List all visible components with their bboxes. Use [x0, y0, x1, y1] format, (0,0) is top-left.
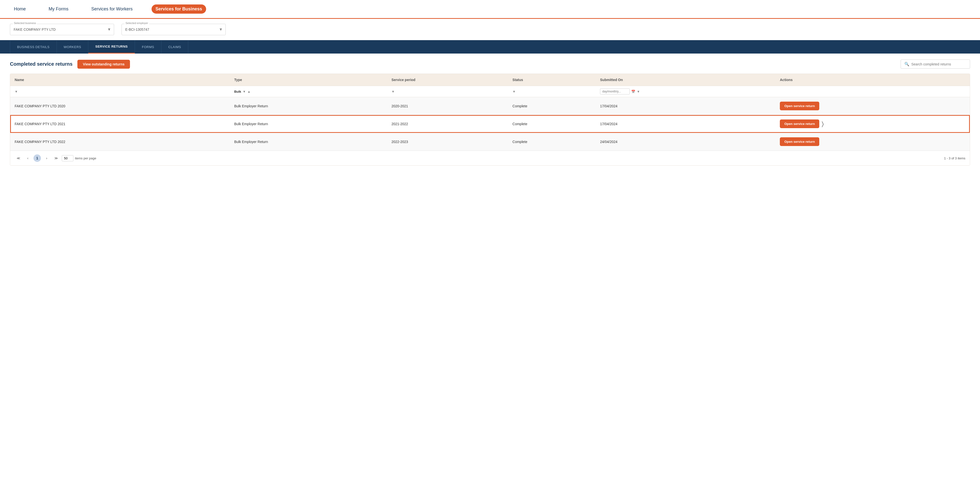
open-return-btn-row3[interactable]: Open service return [780, 137, 819, 146]
selectors-row: Selected business FAKE COMPANY PTY LTD ▼… [0, 19, 980, 40]
filter-type-clear-icon[interactable]: ▲ [247, 90, 251, 94]
pagination: ≪ ‹ 1 › ≫ 50 items per page 1 - 3 of 3 i… [10, 151, 970, 165]
row3-status: Complete [508, 133, 595, 151]
row2-status: Complete [508, 115, 595, 133]
row2-name: FAKE COMPANY PTY LTD 2021 [10, 115, 230, 133]
row3-actions: Open service return [775, 133, 970, 151]
next-page-btn[interactable]: › [43, 154, 50, 162]
filter-type-icon[interactable]: ▼ [243, 90, 246, 94]
table-row: FAKE COMPANY PTY LTD 2022 Bulk Employer … [10, 133, 970, 151]
nav-home[interactable]: Home [10, 5, 30, 14]
per-page-label: items per page [75, 156, 96, 160]
filter-date-input[interactable] [600, 89, 630, 94]
per-page-select-group: 50 items per page [62, 155, 96, 161]
employer-selector-label: Selected employer [124, 22, 149, 25]
table-header-row: Name Type Service period Status Submitte… [10, 74, 970, 86]
per-page-select[interactable]: 50 [62, 155, 73, 161]
sub-nav-forms[interactable]: FORMS [135, 41, 161, 53]
page-title: Completed service returns [10, 61, 72, 67]
filter-actions-cell [775, 86, 970, 97]
last-page-btn[interactable]: ≫ [52, 154, 60, 162]
col-header-name: Name [10, 74, 230, 86]
col-header-status: Status [508, 74, 595, 86]
sub-nav-claims[interactable]: CLAIMS [161, 41, 188, 53]
filter-type-cell: Bulk ▼ ▲ [230, 86, 387, 97]
business-selector[interactable]: FAKE COMPANY PTY LTD [10, 24, 114, 35]
filter-status-cell: ▼ [508, 86, 595, 97]
filter-name-cell: ▼ [10, 86, 230, 97]
returns-header: Completed service returns View outstandi… [10, 59, 970, 69]
pagination-info: 1 - 3 of 3 items [944, 156, 966, 160]
col-header-type: Type [230, 74, 387, 86]
sub-navigation: BUSINESS DETAILS WORKERS SERVICE RETURNS… [0, 40, 980, 54]
row3-submitted: 24/04/2024 [595, 133, 775, 151]
row1-actions: Open service return [775, 97, 970, 115]
filter-row: ▼ Bulk ▼ ▲ ▼ [10, 86, 970, 97]
nav-services-workers[interactable]: Services for Workers [87, 5, 137, 14]
row1-status: Complete [508, 97, 595, 115]
row2-type: Bulk Employer Return [230, 115, 387, 133]
first-page-btn[interactable]: ≪ [14, 154, 22, 162]
filter-status-icon[interactable]: ▼ [512, 90, 515, 94]
row1-submitted: 17/04/2024 [595, 97, 775, 115]
open-return-btn-row1[interactable]: Open service return [780, 102, 819, 110]
row2-period: 2021-2022 [387, 115, 508, 133]
prev-page-btn[interactable]: ‹ [24, 154, 32, 162]
table-row: FAKE COMPANY PTY LTD 2020 Bulk Employer … [10, 97, 970, 115]
filter-type-value: Bulk [234, 90, 241, 94]
row1-period: 2020-2021 [387, 97, 508, 115]
open-return-btn-row2[interactable]: Open service return [780, 119, 819, 128]
filter-submitted-icon[interactable]: ▼ [637, 90, 640, 94]
sub-nav-workers[interactable]: WORKERS [57, 41, 89, 53]
filter-calendar-icon[interactable]: 📅 [631, 90, 635, 94]
pagination-controls: ≪ ‹ 1 › ≫ 50 items per page [14, 154, 96, 162]
current-page-btn[interactable]: 1 [33, 154, 41, 162]
hand-cursor-icon: 〉 [822, 121, 824, 127]
search-input[interactable] [911, 62, 966, 66]
row1-type: Bulk Employer Return [230, 97, 387, 115]
business-selector-label: Selected business [13, 22, 37, 25]
employer-selector[interactable]: E-BCI-1305747 [121, 24, 226, 35]
nav-services-business[interactable]: Services for Business [151, 5, 206, 14]
view-outstanding-btn[interactable]: View outstanding returns [77, 60, 130, 69]
filter-period-icon[interactable]: ▼ [391, 90, 395, 94]
row3-name: FAKE COMPANY PTY LTD 2022 [10, 133, 230, 151]
top-navigation: Home My Forms Services for Workers Servi… [0, 0, 980, 19]
main-content: Completed service returns View outstandi… [0, 54, 980, 172]
col-header-service-period: Service period [387, 74, 508, 86]
row1-name: FAKE COMPANY PTY LTD 2020 [10, 97, 230, 115]
row2-submitted: 17/04/2024 [595, 115, 775, 133]
filter-name-icon[interactable]: ▼ [14, 90, 18, 94]
employer-selector-group: Selected employer E-BCI-1305747 ▼ [121, 24, 226, 35]
row3-type: Bulk Employer Return [230, 133, 387, 151]
returns-header-left: Completed service returns View outstandi… [10, 60, 130, 69]
business-selector-group: Selected business FAKE COMPANY PTY LTD ▼ [10, 24, 114, 35]
returns-table-container: Name Type Service period Status Submitte… [10, 74, 970, 165]
row2-actions: Open service return 〉 [775, 115, 970, 133]
nav-my-forms[interactable]: My Forms [45, 5, 72, 14]
sub-nav-business-details[interactable]: BUSINESS DETAILS [10, 41, 57, 53]
cursor-indicator: Open service return 〉 [780, 119, 824, 128]
filter-submitted-cell: 📅 ▼ [595, 86, 775, 97]
table-row-highlighted: FAKE COMPANY PTY LTD 2021 Bulk Employer … [10, 115, 970, 133]
filter-period-cell: ▼ [387, 86, 508, 97]
sub-nav-service-returns[interactable]: SERVICE RETURNS [88, 40, 135, 54]
col-header-actions: Actions [775, 74, 970, 86]
row3-period: 2022-2023 [387, 133, 508, 151]
returns-table: Name Type Service period Status Submitte… [10, 74, 970, 151]
col-header-submitted-on: Submitted On [595, 74, 775, 86]
search-box: 🔍 [900, 59, 970, 69]
search-icon: 🔍 [904, 62, 909, 67]
